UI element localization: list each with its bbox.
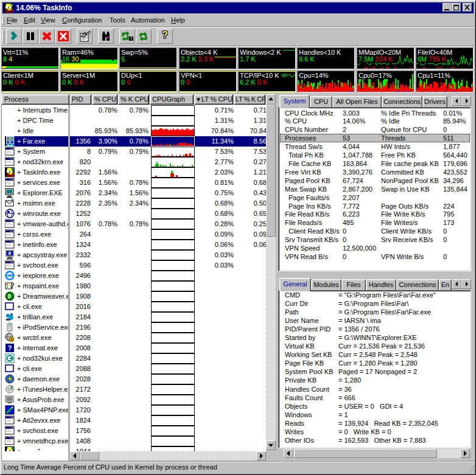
svg-text:?: ? xyxy=(8,344,12,352)
